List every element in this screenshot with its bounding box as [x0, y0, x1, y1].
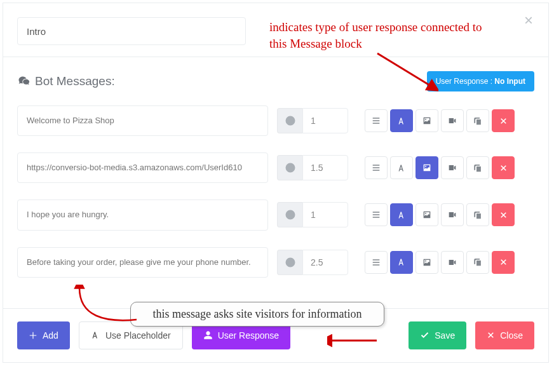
- section-title: Bot Messages:: [17, 74, 115, 88]
- tool-group: [365, 251, 515, 274]
- x-icon: [487, 331, 495, 339]
- delay-input[interactable]: [302, 202, 348, 227]
- image-type-button[interactable]: [416, 251, 438, 274]
- user-response-type-badge[interactable]: User Response : No Input: [427, 71, 534, 91]
- chat-icon: [17, 75, 30, 88]
- callout-arrow-footer: [327, 333, 378, 348]
- hamburger-icon[interactable]: [365, 203, 388, 226]
- plus-icon: [29, 331, 37, 340]
- add-button-label: Add: [43, 330, 58, 341]
- message-row: https://conversio-bot-media.s3.amazonaws…: [17, 152, 534, 183]
- delete-button[interactable]: [492, 156, 515, 179]
- save-button[interactable]: Save: [409, 321, 466, 349]
- badge-value: No Input: [494, 77, 525, 86]
- font-icon: [91, 330, 100, 340]
- message-text-input[interactable]: https://conversio-bot-media.s3.amazonaws…: [17, 152, 268, 183]
- delay-input[interactable]: [302, 250, 348, 275]
- video-type-button[interactable]: [441, 251, 464, 274]
- badge-prefix: User Response :: [436, 77, 495, 86]
- delete-button[interactable]: [492, 109, 515, 132]
- text-type-button[interactable]: [390, 203, 413, 226]
- video-type-button[interactable]: [441, 109, 464, 132]
- clock-icon: [277, 108, 302, 133]
- image-type-button[interactable]: [416, 203, 438, 226]
- message-text-input[interactable]: Welcome to Pizza Shop: [17, 105, 268, 136]
- user-response-label: User Response: [218, 330, 280, 341]
- section-header: Bot Messages: User Response : No Input: [17, 71, 534, 91]
- close-icon[interactable]: ×: [520, 12, 537, 29]
- check-icon: [420, 330, 429, 340]
- image-type-button[interactable]: [416, 109, 438, 132]
- copy-button[interactable]: [466, 156, 489, 179]
- tool-group: [365, 156, 515, 179]
- dialog-window: × Bot Messages: User Response : No Input…: [3, 3, 549, 363]
- text-type-button[interactable]: [390, 156, 413, 179]
- delay-input[interactable]: [302, 108, 348, 133]
- close-label: Close: [500, 330, 523, 341]
- footer: Add Use Placeholder User Response Save: [3, 308, 548, 362]
- message-text-input[interactable]: Before taking your order, please give me…: [17, 247, 268, 278]
- message-row: Before taking your order, please give me…: [17, 247, 534, 278]
- copy-button[interactable]: [466, 109, 489, 132]
- text-type-button[interactable]: [390, 109, 413, 132]
- user-response-button[interactable]: User Response: [192, 321, 291, 349]
- delay-group: [277, 202, 348, 227]
- block-title-input[interactable]: [17, 17, 246, 45]
- tool-group: [365, 203, 515, 226]
- close-button[interactable]: Close: [475, 321, 534, 349]
- message-row: Welcome to Pizza Shop: [17, 105, 534, 136]
- section-title-text: Bot Messages:: [35, 74, 115, 88]
- clock-icon: [277, 155, 302, 180]
- copy-button[interactable]: [466, 203, 489, 226]
- delete-button[interactable]: [492, 203, 515, 226]
- delay-group: [277, 250, 348, 275]
- hamburger-icon[interactable]: [365, 251, 388, 274]
- save-label: Save: [435, 330, 455, 341]
- delete-button[interactable]: [492, 251, 515, 274]
- video-type-button[interactable]: [441, 203, 464, 226]
- copy-button[interactable]: [466, 251, 489, 274]
- delay-input[interactable]: [302, 155, 348, 180]
- delay-group: [277, 108, 348, 133]
- clock-icon: [277, 250, 302, 275]
- hamburger-icon[interactable]: [365, 156, 388, 179]
- delay-group: [277, 155, 348, 180]
- message-row: I hope you are hungry.: [17, 199, 534, 230]
- use-placeholder-button[interactable]: Use Placeholder: [79, 321, 183, 349]
- add-button[interactable]: Add: [17, 321, 70, 349]
- image-type-button[interactable]: [416, 156, 438, 179]
- body: Bot Messages: User Response : No Input W…: [3, 57, 548, 308]
- text-type-button[interactable]: [390, 251, 413, 274]
- use-placeholder-label: Use Placeholder: [105, 330, 171, 341]
- hamburger-icon[interactable]: [365, 109, 388, 132]
- message-text-input[interactable]: I hope you are hungry.: [17, 199, 268, 230]
- video-type-button[interactable]: [441, 156, 464, 179]
- clock-icon: [277, 202, 302, 227]
- header: [3, 3, 548, 57]
- user-icon: [203, 330, 213, 340]
- tool-group: [365, 109, 515, 132]
